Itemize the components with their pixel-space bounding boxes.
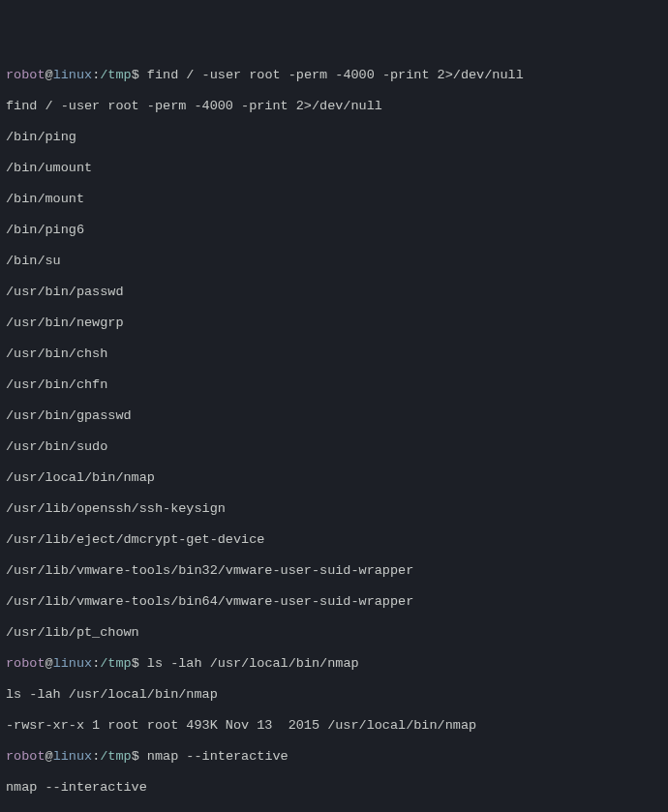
output-line: /usr/bin/passwd bbox=[6, 285, 662, 300]
output-line: /usr/bin/chsh bbox=[6, 346, 662, 362]
output-line: /usr/lib/pt_chown bbox=[6, 625, 662, 641]
output-line: /bin/su bbox=[6, 254, 662, 269]
prompt-user: robot bbox=[6, 68, 46, 82]
prompt-user: robot bbox=[6, 749, 46, 764]
prompt-host: linux bbox=[53, 656, 93, 671]
command-text: nmap --interactive bbox=[139, 749, 288, 764]
output-line: /usr/bin/chfn bbox=[6, 377, 662, 393]
output-line: nmap --interactive bbox=[6, 780, 662, 796]
command-text: ls -lah /usr/local/bin/nmap bbox=[139, 656, 359, 671]
prompt-path: /tmp bbox=[100, 749, 131, 764]
prompt-at: @ bbox=[46, 656, 53, 671]
output-line: -rwsr-xr-x 1 root root 493K Nov 13 2015 … bbox=[6, 718, 662, 734]
prompt-dollar: $ bbox=[132, 656, 139, 671]
terminal-output[interactable]: robot@linux:/tmp$ find / -user root -per… bbox=[6, 68, 662, 812]
output-line: /usr/lib/vmware-tools/bin64/vmware-user-… bbox=[6, 594, 662, 610]
prompt-dollar: $ bbox=[132, 68, 139, 82]
prompt-host: linux bbox=[53, 749, 93, 764]
output-line: /bin/ping6 bbox=[6, 223, 662, 238]
prompt-dollar: $ bbox=[132, 749, 139, 764]
output-line: /usr/bin/newgrp bbox=[6, 316, 662, 331]
prompt-at: @ bbox=[46, 68, 53, 82]
output-line: ls -lah /usr/local/bin/nmap bbox=[6, 687, 662, 703]
prompt-path: /tmp bbox=[100, 656, 131, 671]
output-line: /bin/umount bbox=[6, 161, 662, 176]
output-line: /bin/ping bbox=[6, 130, 662, 145]
output-line: /usr/lib/openssh/ssh-keysign bbox=[6, 501, 662, 517]
output-line: find / -user root -perm -4000 -print 2>/… bbox=[6, 99, 662, 114]
prompt-user: robot bbox=[6, 656, 46, 671]
output-line: /usr/lib/eject/dmcrypt-get-device bbox=[6, 532, 662, 548]
output-line: /usr/bin/sudo bbox=[6, 439, 662, 455]
prompt-at: @ bbox=[46, 749, 53, 764]
prompt-line: robot@linux:/tmp$ nmap --interactive bbox=[6, 749, 662, 765]
output-line: /usr/lib/vmware-tools/bin32/vmware-user-… bbox=[6, 563, 662, 579]
prompt-line: robot@linux:/tmp$ ls -lah /usr/local/bin… bbox=[6, 656, 662, 672]
prompt-host: linux bbox=[53, 68, 93, 82]
prompt-line: robot@linux:/tmp$ find / -user root -per… bbox=[6, 68, 662, 83]
command-text: find / -user root -perm -4000 -print 2>/… bbox=[139, 68, 524, 82]
output-line: /usr/local/bin/nmap bbox=[6, 470, 662, 486]
output-line: /usr/bin/gpasswd bbox=[6, 408, 662, 424]
output-line: /bin/mount bbox=[6, 192, 662, 207]
prompt-path: /tmp bbox=[100, 68, 131, 82]
